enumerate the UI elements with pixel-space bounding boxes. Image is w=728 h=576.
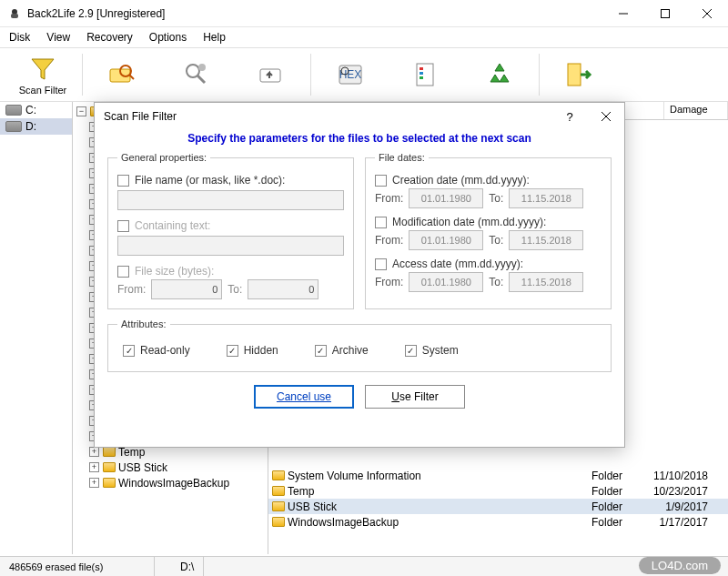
creation-from-input[interactable] bbox=[409, 188, 483, 208]
status-erased-count: 486569 erased file(s) bbox=[0, 557, 155, 576]
expand-icon[interactable]: + bbox=[89, 447, 99, 457]
modification-date-checkbox-row[interactable]: Modification date (mm.dd.yyyy): bbox=[375, 216, 602, 228]
general-properties-group: General properties: File name (or mask, … bbox=[107, 152, 354, 309]
access-date-checkbox-row[interactable]: Access date (mm.dd.yyyy): bbox=[375, 258, 602, 270]
list-row[interactable]: WindowsImageBackupFolder1/17/2017 bbox=[268, 514, 728, 530]
drive-c[interactable]: C: bbox=[0, 102, 72, 118]
folder-icon bbox=[103, 478, 116, 488]
toolbar-separator bbox=[310, 54, 311, 96]
scan-filter-dialog: Scan File Filter ? Specify the parameter… bbox=[94, 102, 625, 448]
archive-checkbox[interactable]: ✓Archive bbox=[315, 344, 369, 357]
checkbox-checked-icon[interactable]: ✓ bbox=[227, 345, 238, 357]
filename-checkbox-row[interactable]: File name (or mask, like *.doc): bbox=[117, 174, 344, 187]
svg-rect-20 bbox=[420, 76, 423, 79]
readonly-checkbox[interactable]: ✓Read-only bbox=[123, 344, 190, 357]
menu-view[interactable]: View bbox=[46, 31, 70, 44]
svg-point-12 bbox=[198, 64, 206, 71]
folder-up-button[interactable] bbox=[234, 49, 308, 100]
filesize-to-input[interactable] bbox=[248, 279, 318, 299]
menu-options[interactable]: Options bbox=[149, 31, 187, 44]
folder-icon bbox=[272, 517, 285, 527]
properties-button[interactable] bbox=[388, 49, 462, 100]
checkbox-icon[interactable] bbox=[375, 175, 387, 187]
modification-from-input[interactable] bbox=[409, 230, 483, 250]
checkbox-icon[interactable] bbox=[375, 258, 387, 270]
toolbar-separator bbox=[539, 54, 540, 96]
deep-scan-button[interactable] bbox=[159, 49, 234, 100]
containing-text-input[interactable] bbox=[117, 236, 344, 256]
attributes-group: Attributes: ✓Read-only ✓Hidden ✓Archive … bbox=[107, 318, 612, 372]
app-icon bbox=[7, 6, 22, 21]
tree-item[interactable]: +USB Stick bbox=[73, 460, 268, 475]
dialog-close-button[interactable] bbox=[588, 104, 624, 129]
drive-d[interactable]: D: bbox=[0, 118, 72, 135]
svg-rect-18 bbox=[420, 67, 423, 70]
dialog-help-button[interactable]: ? bbox=[551, 104, 588, 129]
filesize-from-input[interactable] bbox=[151, 279, 222, 299]
cancel-use-button[interactable]: Cancel use bbox=[254, 385, 354, 409]
filesize-checkbox-row[interactable]: File size (bytes): bbox=[117, 265, 344, 278]
hidden-checkbox[interactable]: ✓Hidden bbox=[227, 344, 278, 357]
checkbox-checked-icon[interactable]: ✓ bbox=[315, 345, 327, 357]
funnel-icon bbox=[28, 54, 57, 83]
dialog-heading: Specify the parameters for the files to … bbox=[107, 132, 612, 145]
expand-icon[interactable]: + bbox=[89, 462, 99, 472]
folder-up-icon bbox=[257, 60, 286, 89]
list-row[interactable]: TempFolder10/23/2017 bbox=[268, 483, 728, 499]
menu-recovery[interactable]: Recovery bbox=[86, 31, 133, 44]
svg-rect-21 bbox=[568, 64, 581, 86]
maximize-button[interactable] bbox=[644, 0, 686, 27]
list-row[interactable]: System Volume InformationFolder11/10/201… bbox=[268, 468, 728, 483]
folder-icon bbox=[103, 447, 116, 457]
access-from-input[interactable] bbox=[409, 272, 483, 292]
page-icon bbox=[410, 60, 440, 89]
window-title: Back2Life 2.9 [Unregistered] bbox=[27, 7, 602, 20]
checkbox-icon[interactable] bbox=[117, 175, 129, 187]
scan-filter-button[interactable]: Scan Filter bbox=[5, 49, 80, 100]
creation-to-input[interactable] bbox=[509, 188, 583, 208]
menubar: Disk View Recovery Options Help bbox=[0, 27, 728, 47]
exit-button[interactable] bbox=[541, 49, 616, 100]
recover-button[interactable] bbox=[462, 49, 537, 100]
expand-icon[interactable]: + bbox=[89, 478, 99, 488]
general-legend: General properties: bbox=[117, 152, 210, 163]
scan-filter-label: Scan Filter bbox=[19, 85, 67, 96]
search-folder-button[interactable] bbox=[85, 49, 159, 100]
use-filter-button[interactable]: Use Filter bbox=[365, 385, 465, 409]
col-damage[interactable]: Damage bbox=[664, 102, 728, 119]
folder-icon bbox=[164, 561, 177, 571]
filename-input[interactable] bbox=[117, 190, 344, 210]
checkbox-checked-icon[interactable]: ✓ bbox=[405, 345, 417, 357]
menu-help[interactable]: Help bbox=[203, 31, 226, 44]
checkbox-checked-icon[interactable]: ✓ bbox=[123, 345, 135, 357]
menu-disk[interactable]: Disk bbox=[9, 31, 30, 44]
modification-to-input[interactable] bbox=[509, 230, 583, 250]
system-checkbox[interactable]: ✓System bbox=[405, 344, 459, 357]
drive-icon bbox=[5, 121, 22, 132]
hex-view-button[interactable]: HEX bbox=[313, 49, 388, 100]
svg-rect-17 bbox=[417, 64, 433, 86]
checkbox-icon[interactable] bbox=[117, 266, 129, 278]
svg-text:HEX: HEX bbox=[339, 68, 362, 81]
minimize-icon bbox=[619, 9, 628, 18]
checkbox-icon[interactable] bbox=[117, 220, 129, 232]
access-to-input[interactable] bbox=[509, 272, 583, 292]
containing-text-checkbox-row[interactable]: Containing text: bbox=[117, 219, 344, 232]
minimize-button[interactable] bbox=[602, 0, 644, 27]
drive-icon bbox=[5, 105, 22, 116]
creation-date-checkbox-row[interactable]: Creation date (mm.dd.yyyy): bbox=[375, 174, 602, 187]
status-path: D:\ bbox=[180, 561, 194, 573]
checkbox-icon[interactable] bbox=[375, 217, 387, 228]
folder-icon bbox=[272, 470, 285, 480]
toolbar-separator bbox=[82, 54, 83, 96]
status-bar: 486569 erased file(s) D:\ bbox=[0, 556, 728, 576]
dialog-titlebar: Scan File Filter ? bbox=[95, 103, 624, 130]
titlebar: Back2Life 2.9 [Unregistered] bbox=[0, 0, 728, 27]
collapse-icon[interactable]: − bbox=[76, 106, 86, 116]
tree-item[interactable]: +WindowsImageBackup bbox=[73, 475, 268, 490]
close-button[interactable] bbox=[686, 0, 728, 27]
watermark: LO4D.com bbox=[639, 557, 721, 574]
list-row[interactable]: USB StickFolder1/9/2017 bbox=[268, 499, 728, 514]
svg-rect-3 bbox=[662, 9, 670, 17]
svg-rect-1 bbox=[11, 14, 18, 18]
